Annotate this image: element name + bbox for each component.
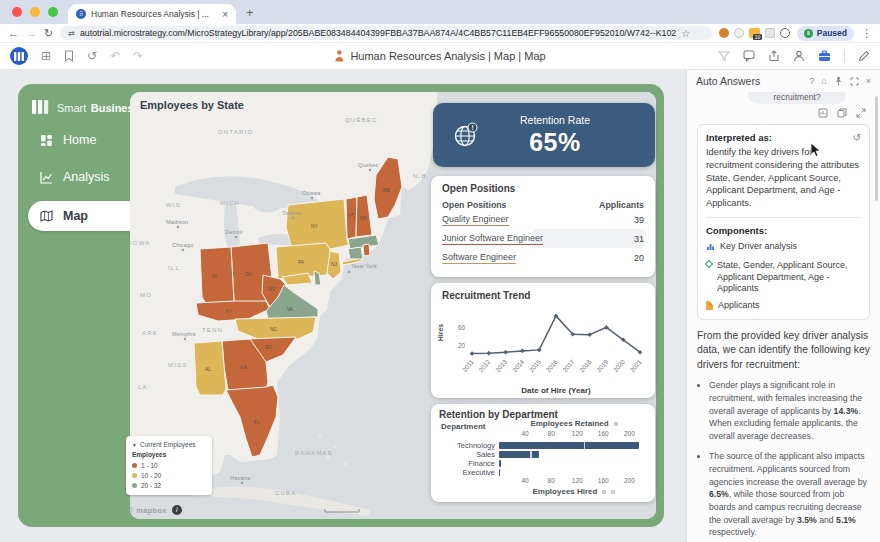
- add-icon[interactable]: ⊞: [41, 50, 51, 62]
- state-RI[interactable]: [363, 244, 370, 256]
- position-link[interactable]: Junior Software Engineer: [442, 233, 543, 245]
- home-icon[interactable]: ⌂: [821, 77, 826, 86]
- trend-plot[interactable]: 2060201120122013201420152016201720182019…: [442, 303, 654, 385]
- legend-item[interactable]: 1 - 10: [132, 460, 206, 470]
- dept-bars[interactable]: TechnologySalesFinanceExecutive: [439, 441, 649, 477]
- map-label-city: New York: [352, 263, 377, 269]
- extension-icon-4[interactable]: [765, 28, 775, 38]
- app-toolbar: ⊞ ↺ ↶ ↷ Human Resources Analysis | Map |…: [0, 43, 880, 70]
- legend-item[interactable]: 10 - 20: [132, 470, 206, 480]
- dept-bottom-ticks: 4080120160200: [499, 477, 649, 485]
- map-label-region: MISS: [168, 362, 187, 368]
- filter-icon[interactable]: [718, 51, 730, 62]
- chrome-menu-icon[interactable]: ⋮: [861, 27, 872, 40]
- bookmark-star-icon[interactable]: ☆: [681, 28, 690, 39]
- profile-paused-badge[interactable]: ‖ Paused: [797, 26, 854, 41]
- open-positions-card: Open Positions Open Positions Applicants…: [431, 176, 655, 277]
- extension-icon-2[interactable]: [734, 28, 744, 38]
- url-field[interactable]: ⇄ autotrial.microstrategy.com/MicroStrat…: [60, 26, 712, 40]
- dept-bar-row[interactable]: Executive: [439, 468, 649, 477]
- bookmark-icon[interactable]: [64, 50, 74, 62]
- info-icon[interactable]: i: [172, 505, 182, 515]
- trend-point[interactable]: [503, 350, 508, 355]
- dept-bar[interactable]: [499, 460, 501, 467]
- map-label-region: ONTARIO: [218, 129, 253, 135]
- trend-point[interactable]: [470, 351, 475, 356]
- assistant-briefcase-icon[interactable]: [818, 50, 831, 62]
- tab-close-icon[interactable]: ×: [222, 9, 228, 20]
- extension-icon-3[interactable]: 10: [749, 28, 760, 38]
- user-question-bubble: recruitment?: [748, 92, 846, 104]
- map-label-region: MICH: [220, 200, 240, 206]
- sidebar-item-analysis[interactable]: Analysis: [40, 170, 110, 184]
- trend-point[interactable]: [587, 332, 592, 337]
- dept-bar-row[interactable]: Technology: [439, 441, 649, 450]
- help-icon[interactable]: ?: [809, 77, 814, 86]
- map-label-state: GA: [240, 365, 248, 370]
- dept-bar[interactable]: [499, 451, 539, 458]
- close-icon[interactable]: ×: [866, 77, 871, 86]
- map-widget-title: Employees by State: [140, 99, 244, 111]
- svg-text:2017: 2017: [561, 358, 576, 374]
- axis-tick: 200: [624, 430, 635, 437]
- share-icon[interactable]: [768, 50, 780, 62]
- retention-rate-card: ! Retention Rate 65%: [433, 103, 655, 167]
- state-IN[interactable]: [200, 247, 234, 309]
- panel-scrollbar[interactable]: [875, 96, 878, 201]
- close-window-button[interactable]: [12, 7, 22, 17]
- dept-bar-row[interactable]: Finance: [439, 459, 649, 468]
- legend-item[interactable]: 20 - 32: [132, 480, 206, 490]
- trend-point[interactable]: [520, 349, 525, 354]
- report-icon[interactable]: [818, 108, 828, 118]
- legend-header: Current Employees: [140, 441, 196, 448]
- microstrategy-logo[interactable]: [10, 47, 28, 65]
- state-VT[interactable]: [346, 197, 357, 239]
- dept-top-ticks: 4080120160200: [499, 430, 649, 438]
- dept-bar-row[interactable]: Sales: [439, 450, 649, 459]
- site-info-icon[interactable]: ⇄: [68, 29, 75, 38]
- key-driver-icon: [706, 242, 715, 255]
- browser-tab[interactable]: ⠿ Human Resources Analysis | ... ×: [68, 4, 236, 24]
- legend-swatch: [614, 422, 618, 426]
- comment-icon[interactable]: [743, 50, 755, 62]
- new-tab-button[interactable]: +: [246, 5, 254, 20]
- undo-icon[interactable]: ↶: [110, 50, 120, 62]
- forward-icon[interactable]: →: [26, 28, 37, 39]
- dept-bar[interactable]: [499, 442, 639, 449]
- position-link[interactable]: Software Engineer: [442, 252, 516, 264]
- trend-y-axis-label: Hires: [437, 324, 444, 342]
- person-icon[interactable]: [793, 50, 805, 62]
- toolbar-divider: [844, 49, 845, 63]
- copy-icon[interactable]: [837, 108, 847, 118]
- map-label-region: CUBA: [275, 490, 296, 496]
- expand-answer-icon[interactable]: [856, 108, 866, 118]
- maximize-window-button[interactable]: [48, 7, 58, 17]
- history-icon[interactable]: ↺: [853, 132, 861, 143]
- extension-icon-1[interactable]: [719, 28, 729, 38]
- sidebar-item-map[interactable]: Map: [28, 201, 142, 231]
- history-icon[interactable]: ↺: [87, 50, 97, 62]
- sidebar-item-home[interactable]: Home: [40, 133, 96, 147]
- table-row[interactable]: Quality Engineer 39: [442, 210, 644, 229]
- dept-bar[interactable]: [499, 469, 500, 476]
- table-row[interactable]: Software Engineer 20: [442, 248, 644, 267]
- trend-point[interactable]: [487, 351, 492, 356]
- applicants-value: 31: [634, 234, 644, 244]
- position-link[interactable]: Quality Engineer: [442, 214, 509, 226]
- svg-text:2020: 2020: [612, 358, 627, 374]
- table-row[interactable]: Junior Software Engineer 31: [442, 229, 644, 248]
- mapbox-logo[interactable]: © mapbox: [128, 506, 167, 515]
- state-CT[interactable]: [348, 247, 363, 259]
- collapse-caret-icon[interactable]: ▼: [132, 442, 137, 448]
- redo-icon[interactable]: ↷: [133, 50, 143, 62]
- extension-icon-5[interactable]: [780, 28, 790, 38]
- map-label-city: Havana: [230, 475, 251, 481]
- edit-pencil-icon[interactable]: [858, 50, 870, 62]
- answer-bullets: Gender plays a significant role in recru…: [709, 379, 870, 542]
- minimize-window-button[interactable]: [30, 7, 40, 17]
- reload-icon[interactable]: ↻: [44, 28, 53, 39]
- back-icon[interactable]: ←: [8, 28, 19, 39]
- pin-icon[interactable]: [834, 76, 843, 86]
- map-legend[interactable]: ▼Current Employees Employees 1 - 10 10 -…: [126, 436, 212, 495]
- expand-icon[interactable]: [850, 77, 859, 86]
